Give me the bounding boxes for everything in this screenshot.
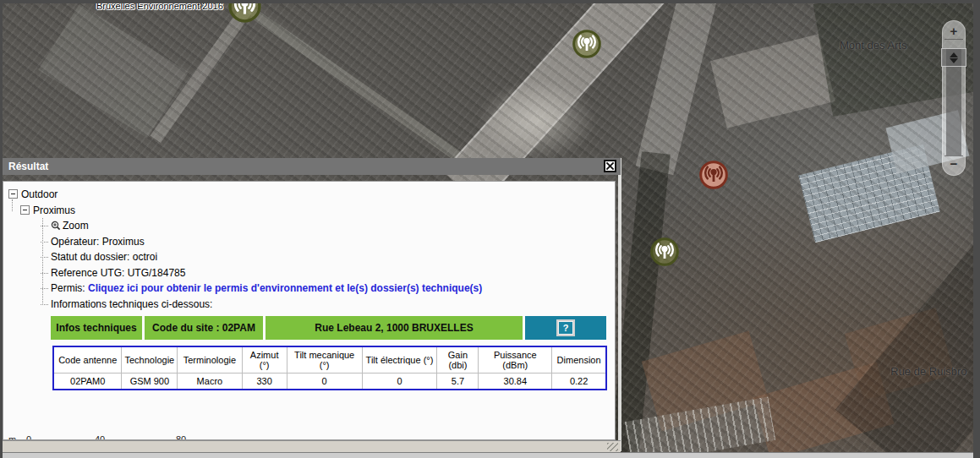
map-patch: [835, 241, 980, 458]
tree-connector: [42, 218, 43, 303]
map-patch: [246, 6, 460, 161]
column-header: Puissance (dBm): [479, 346, 552, 373]
column-header: Terminologie: [178, 346, 242, 373]
tree-connector: [12, 199, 13, 211]
column-header: Gain (dbi): [437, 346, 479, 373]
column-header: Technologie: [122, 346, 178, 373]
antenna-icon: [698, 160, 729, 190]
status-value: Statut du dossier: octroi: [51, 251, 157, 263]
tree-item-operator: Opérateur: Proximus: [3, 234, 615, 250]
dialog-statusbar: [3, 440, 621, 452]
map-patch: [151, 0, 288, 143]
cell-puissance: 30.84: [479, 373, 552, 390]
dialog-title: Résultat: [8, 161, 48, 172]
column-header: Azimut (°): [242, 346, 287, 373]
map-patch: [636, 0, 718, 175]
tree-node-outdoor[interactable]: Outdoor: [3, 187, 615, 203]
permit-label: Permis:: [51, 282, 85, 294]
column-header: Code antenne: [53, 346, 122, 373]
table-header-row: Code antenne Technologie Terminologie Az…: [53, 346, 606, 373]
antenna-table: Code antenne Technologie Terminologie Az…: [52, 346, 607, 390]
resize-grip[interactable]: [607, 443, 618, 451]
antenna-icon: [227, 0, 262, 24]
dialog-content: Outdoor Proximus Zoom Opérateur: Proximu…: [3, 181, 616, 440]
scale-tick: 80: [176, 433, 186, 439]
help-button[interactable]: ?: [556, 319, 575, 336]
column-header: Tilt électrique (°): [362, 346, 437, 373]
antenna-marker[interactable]: [649, 237, 680, 267]
antenna-icon: [572, 29, 602, 59]
cell-terminologie: Macro: [178, 373, 242, 390]
antenna-marker-selected[interactable]: [698, 160, 729, 190]
close-button[interactable]: [604, 160, 616, 172]
result-tree: Outdoor Proximus Zoom Opérateur: Proximu…: [3, 182, 615, 312]
zoom-out-button[interactable]: −: [944, 155, 963, 172]
tree-item-info: Informations techniques ci-dessous:: [3, 297, 615, 313]
map-patch: [38, 4, 189, 139]
cell-code-antenne: 02PAM0: [53, 373, 122, 390]
app-window: Bruxelles Environnement 2016 Mont des Ar…: [0, 0, 980, 458]
cell-tilt-mecanique: 0: [287, 373, 362, 390]
site-header-infos: Infos techniques: [51, 316, 142, 340]
map-patch: [753, 363, 894, 458]
collapse-minus-icon[interactable]: [20, 205, 30, 215]
tree-item-zoom[interactable]: Zoom: [3, 218, 615, 234]
zoom-slider-handle[interactable]: [941, 48, 966, 67]
cell-gain: 5.7: [437, 373, 479, 390]
tree-item-status: Statut du dossier: octroi: [3, 249, 615, 265]
cell-technologie: GSM 900: [122, 373, 178, 390]
chevron-up-icon: [950, 52, 958, 57]
cell-dimension: 0.22: [552, 373, 606, 390]
column-header: Dimension: [552, 346, 606, 373]
map-patch: [478, 80, 596, 161]
tree-item-permit: Permis: Cliquez ici pour obtenir le perm…: [3, 281, 615, 297]
map-patch: [845, 308, 955, 401]
scale-tick: 0: [26, 433, 31, 439]
cell-tilt-electrique: 0: [362, 373, 437, 390]
map-patch: [798, 144, 939, 243]
help-cell: ?: [525, 316, 606, 340]
map-attribution: Bruxelles Environnement 2016: [96, 1, 223, 11]
info-label: Informations techniques ci-dessous:: [51, 298, 212, 310]
tree-node-label: Outdoor: [21, 188, 57, 200]
antenna-marker[interactable]: [572, 29, 602, 59]
antenna-icon: [649, 237, 680, 267]
chevron-down-icon: [950, 58, 958, 63]
tree-item-reference: Reference UTG: UTG/184785: [3, 265, 615, 281]
close-icon: [605, 161, 615, 171]
map-patch: [642, 330, 769, 431]
map-label-rue-de-ruisbroeck: Rue de Ruisbro: [890, 365, 966, 378]
site-header-code: Code du site : 02PAM: [145, 316, 263, 340]
map-patch: [625, 396, 775, 458]
site-header-address: Rue Lebeau 2, 1000 BRUXELLES: [266, 316, 523, 340]
result-dialog: Résultat Outdoor Proximus Zoom: [3, 158, 621, 451]
zoom-link-label: Zoom: [63, 220, 89, 232]
reference-value: Reference UTG: UTG/184785: [51, 267, 185, 279]
map-zoom-control: + −: [941, 20, 966, 176]
tree-node-label: Proximus: [33, 204, 75, 216]
scale-tick: 40: [95, 433, 105, 439]
column-header: Tilt mecanique (°): [287, 346, 362, 373]
collapse-minus-icon[interactable]: [8, 189, 18, 199]
permit-link[interactable]: Cliquez ici pour obtenir le permis d'env…: [88, 282, 482, 294]
map-label-mont-des-arts: Mont des Arts: [840, 39, 906, 52]
magnifier-icon: [51, 221, 61, 231]
site-header-bar: Infos techniquesCode du site : 02PAMRue …: [51, 316, 615, 340]
cell-azimut: 330: [242, 373, 287, 390]
table-row: 02PAM0 GSM 900 Macro 330 0 0 5.7 30.84 0…: [53, 373, 606, 390]
map-patch: [710, 34, 835, 128]
antenna-marker[interactable]: [227, 0, 262, 24]
clipped-scale-bar: m 0 40 80: [3, 433, 359, 439]
tree-node-proximus[interactable]: Proximus: [3, 203, 615, 219]
operator-value: Opérateur: Proximus: [51, 236, 145, 248]
dialog-titlebar[interactable]: Résultat: [3, 158, 621, 175]
zoom-in-button[interactable]: +: [944, 24, 963, 40]
scale-unit: m: [8, 433, 16, 439]
